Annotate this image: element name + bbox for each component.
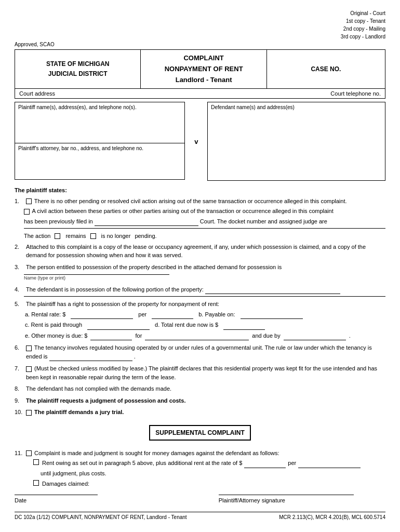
- item-7-checkbox[interactable]: [26, 366, 32, 372]
- item-11a-text: Rent owing as set out in paragraph 5 abo…: [42, 459, 242, 468]
- parties-section: Plaintiff name(s), address(es), and tele…: [15, 102, 385, 181]
- header-center: COMPLAINT NONPAYMENT OF RENT Landlord - …: [141, 50, 266, 89]
- item-9-num: 9.: [15, 396, 24, 405]
- item-4-property-line2[interactable]: [24, 296, 385, 297]
- date-sig-row: Date Plaintiff/Attorney signature: [15, 494, 385, 505]
- item-10-num: 10.: [15, 408, 24, 417]
- item-2-num: 2.: [15, 243, 24, 260]
- item-10-text: The plaintiff demands a jury trial.: [26, 408, 385, 417]
- item-1-text: There is no other pending or resolved ci…: [26, 197, 385, 206]
- item-11a-until: until judgment, plus costs.: [41, 470, 106, 476]
- item-4: 4. The defendant is in possession of the…: [15, 285, 385, 297]
- item-2-text: Attached to this complaint is a copy of …: [26, 243, 385, 260]
- item-8-text: The defendant has not complied with the …: [26, 384, 385, 393]
- sig-label: Plaintiff/Attorney signature: [219, 496, 385, 505]
- item-3: 3. The person entitled to possession of …: [15, 263, 385, 282]
- item-5-header: The plaintiff has a right to possession …: [26, 300, 385, 309]
- action-no-longer-checkbox[interactable]: [90, 233, 96, 239]
- item-11-checkbox[interactable]: [26, 450, 32, 456]
- plaintiff-column: Plaintiff name(s), address(es), and tele…: [15, 102, 185, 181]
- item-11a-per-field[interactable]: [298, 459, 361, 468]
- item-4-num: 4.: [15, 285, 24, 295]
- item-1b-checkbox[interactable]: [24, 209, 30, 215]
- plaintiff-attorney-box[interactable]: Plaintiff's attorney, bar no., address, …: [15, 143, 185, 180]
- copy-info: Original - Court 1st copy - Tenant 2nd c…: [15, 9, 385, 41]
- item-7-num: 7.: [15, 364, 24, 381]
- approved-label: Approved, SCAO: [15, 42, 385, 47]
- item-6: 6. The tenancy involves regulated housin…: [15, 343, 385, 361]
- item-11b-text: Damages claimed:: [42, 480, 89, 488]
- item-1-filed-in[interactable]: [95, 217, 198, 227]
- item-11b-checkbox[interactable]: [33, 480, 39, 486]
- item-4-property-field[interactable]: [205, 285, 340, 295]
- item-1-checkbox[interactable]: [26, 198, 32, 204]
- supplemental-wrapper: SUPPLEMENTAL COMPLAINT: [15, 421, 385, 445]
- plaintiff-box-label: Plaintiff name(s), address(es), and tele…: [18, 104, 137, 110]
- v-separator: v: [185, 102, 207, 181]
- item-1: 1. There is no other pending or resolved…: [15, 197, 385, 229]
- item-1-num: 1.: [15, 197, 24, 206]
- body-content: The plaintiff states: 1. There is no oth…: [15, 186, 385, 504]
- header-table: STATE OF MICHIGAN JUDICIAL DISTRICT COMP…: [15, 49, 385, 89]
- item-1-text2: A civil action between these parties or …: [24, 207, 385, 216]
- item-5a-rate-field[interactable]: [71, 310, 133, 320]
- item-5b-payable-field[interactable]: [241, 310, 303, 320]
- item-5d-total-field[interactable]: [223, 321, 265, 330]
- item-3-num: 3.: [15, 263, 24, 272]
- date-line[interactable]: [15, 495, 98, 495]
- item-5a-label: a. Rental rate: $: [25, 310, 65, 319]
- item-11-text: Complaint is made and judgment is sought…: [26, 449, 385, 458]
- item-6-num: 6.: [15, 343, 24, 361]
- action-row: The action remains is no longer pending.: [24, 232, 385, 241]
- plaintiff-states-label: The plaintiff states:: [15, 186, 385, 195]
- item-7: 7. (Must be checked unless modified by l…: [15, 364, 385, 381]
- item-3-text: The person entitled to possession of the…: [26, 263, 385, 272]
- bottom-left-text: DC 102a (1/12) COMPLAINT, NONPAYMENT OF …: [15, 514, 187, 520]
- item-8-num: 8.: [15, 384, 24, 393]
- action-remains-checkbox[interactable]: [55, 233, 60, 239]
- court-address-label: Court address: [19, 90, 55, 97]
- date-field: Date: [15, 495, 181, 505]
- item-9-text: The plaintiff requests a judgment of pos…: [26, 396, 385, 405]
- item-11-num: 11.: [15, 449, 24, 458]
- item-5: 5. The plaintiff has a right to possessi…: [15, 300, 385, 340]
- defendant-info-box[interactable]: Defendant name(s) and address(es): [207, 102, 385, 181]
- plaintiff-info-box[interactable]: Plaintiff name(s), address(es), and tele…: [15, 102, 185, 143]
- item-2: 2. Attached to this complaint is a copy …: [15, 243, 385, 260]
- item-6-text: The tenancy involves regulated housing o…: [26, 343, 385, 361]
- name-print-label: Name (type or print): [24, 275, 385, 282]
- item-10: 10. The plaintiff demands a jury trial.: [15, 408, 385, 417]
- item-5b-label: b. Payable on:: [198, 310, 235, 319]
- court-phone-label: Court telephone no.: [330, 90, 381, 97]
- court-address-row: Court address Court telephone no.: [15, 89, 385, 99]
- attorney-box-label: Plaintiff's attorney, bar no., address, …: [18, 145, 143, 151]
- bottom-right-text: MCR 2.113(C), MCR 4.201(B), MCL 600.5714: [279, 514, 385, 520]
- header-right-case-no: CASE NO.: [266, 50, 385, 89]
- date-label: Date: [15, 496, 181, 505]
- item-4-text: The defendant is in possession of the fo…: [26, 285, 385, 295]
- item-6-rule-field[interactable]: [49, 352, 132, 362]
- header-left: STATE OF MICHIGAN JUDICIAL DISTRICT: [15, 50, 141, 89]
- item-5-num: 5.: [15, 300, 24, 309]
- item-1-judge-line[interactable]: [24, 228, 385, 229]
- sig-line[interactable]: [219, 495, 354, 495]
- defendant-column: Defendant name(s) and address(es): [207, 102, 385, 181]
- item-11a-rate-field[interactable]: [244, 459, 286, 468]
- item-5e-label: e. Other money is due: $: [25, 331, 87, 340]
- sig-field: Plaintiff/Attorney signature: [219, 495, 385, 505]
- item-5a-per-field[interactable]: [152, 310, 193, 320]
- defendant-box-label: Defendant name(s) and address(es): [211, 104, 295, 110]
- item-9: 9. The plaintiff requests a judgment of …: [15, 396, 385, 405]
- item-10-checkbox[interactable]: [26, 410, 32, 416]
- item-6-checkbox[interactable]: [26, 345, 32, 351]
- item-5e-for-field[interactable]: [145, 331, 249, 341]
- item-5e-amount-field[interactable]: [90, 331, 132, 341]
- item-1-text3: has been previously filed in Court. The …: [24, 217, 385, 227]
- item-7-text: (Must be checked unless modified by leas…: [26, 364, 385, 381]
- item-5d-label: d. Total rent due now is $: [155, 321, 218, 329]
- item-11: 11. Complaint is made and judgment is so…: [15, 449, 385, 488]
- supplemental-title: SUPPLEMENTAL COMPLAINT: [149, 425, 251, 441]
- item-5e-due-field[interactable]: [284, 331, 346, 341]
- item-11a-checkbox[interactable]: [33, 459, 39, 465]
- item-5c-through-field[interactable]: [87, 321, 150, 330]
